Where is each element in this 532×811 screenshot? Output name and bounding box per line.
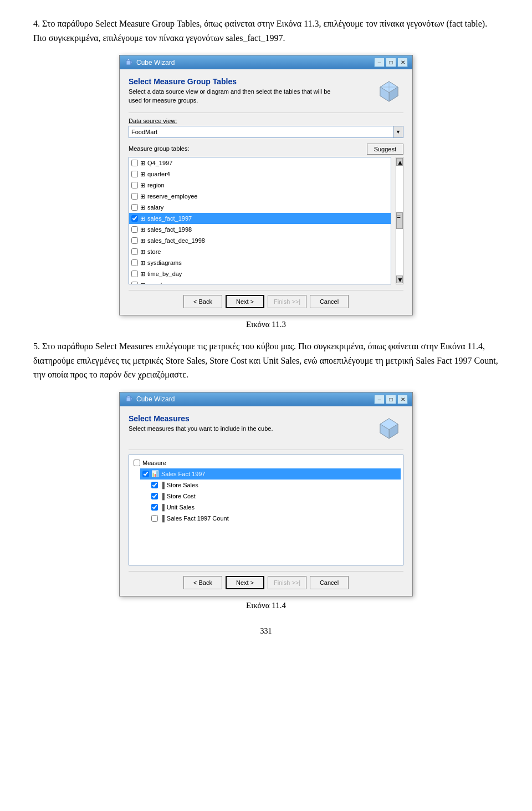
titlebar2-left: Cube Wizard bbox=[124, 395, 175, 404]
table-item-quarter4[interactable]: ⊞ quarter4 bbox=[129, 169, 391, 180]
table-grid-icon: ⊞ bbox=[140, 193, 145, 200]
tables-scroll[interactable]: ⊞ Q4_1997 ⊞ quarter4 ⊞ region bbox=[129, 157, 391, 284]
bar-chart-icon-store-sales: ▐ bbox=[160, 482, 165, 488]
measure-unit-sales[interactable]: ▐ Unit Sales bbox=[149, 502, 401, 513]
page-number: 331 bbox=[33, 627, 499, 636]
table-item-store[interactable]: ⊞ store bbox=[129, 246, 391, 257]
measure-sales-fact-count-label: Sales Fact 1997 Count bbox=[167, 515, 229, 522]
table-item-sysdiagrams[interactable]: ⊞ sysdiagrams bbox=[129, 257, 391, 268]
datasource-dropdown-row: FoodMart ▼ bbox=[129, 126, 403, 138]
maximize-btn-2[interactable]: □ bbox=[386, 395, 396, 404]
measures-list[interactable]: Measure 📊 Sales Fact 1997 ▐ Store Sales bbox=[129, 455, 403, 565]
measure-store-sales[interactable]: ▐ Store Sales bbox=[149, 480, 401, 491]
scroll-thumb[interactable]: = bbox=[396, 212, 403, 229]
svg-marker-10 bbox=[126, 395, 131, 397]
dialog1-titlebar: Cube Wizard – □ ✕ bbox=[120, 55, 412, 69]
checkbox-sales-fact-dec-1998[interactable] bbox=[131, 237, 138, 244]
scroll-up-btn[interactable]: ▲ bbox=[396, 158, 403, 166]
table-item-q4[interactable]: ⊞ Q4_1997 bbox=[129, 157, 391, 169]
dialog2-buttons: < Back Next > Finish >>| Cancel bbox=[129, 571, 403, 589]
datasource-dropdown-arrow[interactable]: ▼ bbox=[393, 126, 403, 138]
maximize-btn[interactable]: □ bbox=[386, 58, 396, 67]
cube-wizard-icon-small bbox=[124, 58, 133, 67]
table-grid-icon-selected: ⊞ bbox=[140, 215, 145, 222]
checkbox-store-sales[interactable] bbox=[151, 482, 158, 488]
table-item-time-by-day[interactable]: ⊞ time_by_day bbox=[129, 268, 391, 279]
titlebar-controls: – □ ✕ bbox=[374, 58, 408, 67]
table-grid-icon: ⊞ bbox=[140, 271, 145, 278]
checkbox-quarter4[interactable] bbox=[131, 171, 138, 177]
cube-wizard-icon-2 bbox=[377, 416, 401, 441]
svg-rect-9 bbox=[126, 397, 131, 401]
suggest-button[interactable]: Suggest bbox=[367, 144, 403, 155]
measure-sales-fact-1997-label: Sales Fact 1997 bbox=[161, 471, 206, 477]
cube-wizard-icon bbox=[377, 79, 401, 104]
para2-text: Στο παράθυρο Select Measures επιλέγουμε … bbox=[33, 341, 498, 379]
checkbox-sales-fact-1998[interactable] bbox=[131, 226, 138, 233]
checkbox-time-by-day[interactable] bbox=[131, 271, 138, 277]
dialog1-body: Select Measure Group Tables Select a dat… bbox=[120, 69, 412, 315]
svg-marker-11 bbox=[131, 397, 132, 401]
svg-marker-2 bbox=[131, 60, 132, 65]
close-btn[interactable]: ✕ bbox=[397, 58, 408, 67]
cancel-button-1[interactable]: Cancel bbox=[310, 295, 349, 308]
caption-1: Εικόνα 11.3 bbox=[246, 320, 286, 329]
caption-2: Εικόνα 11.4 bbox=[246, 601, 286, 610]
dialog2-titlebar: Cube Wizard – □ ✕ bbox=[120, 392, 412, 406]
checkbox-reserve-employee[interactable] bbox=[131, 193, 138, 200]
back-button-1[interactable]: < Back bbox=[183, 295, 222, 308]
next-button-1[interactable]: Next > bbox=[226, 295, 264, 308]
table-item-sales-fact-1998[interactable]: ⊞ sales_fact_1998 bbox=[129, 224, 391, 235]
table-grid-icon: ⊞ bbox=[140, 226, 145, 233]
table-grid-icon: ⊞ bbox=[140, 171, 145, 178]
dialog1-title-text: Cube Wizard bbox=[136, 59, 175, 67]
cancel-button-2[interactable]: Cancel bbox=[310, 576, 349, 589]
close-btn-2[interactable]: ✕ bbox=[397, 395, 408, 404]
table-item-warehouse[interactable]: ⊞ warehouse bbox=[129, 279, 391, 284]
section-divider-2 bbox=[129, 450, 403, 450]
checkbox-store-cost[interactable] bbox=[151, 493, 158, 499]
checkbox-measure-root[interactable] bbox=[134, 460, 140, 466]
scrollbar[interactable]: ▲ = ▼ bbox=[396, 157, 403, 284]
table-item-reserve-employee[interactable]: ⊞ reserve_employee bbox=[129, 191, 391, 202]
measure-store-cost[interactable]: ▐ Store Cost bbox=[149, 491, 401, 502]
tables-section: ⊞ Q4_1997 ⊞ quarter4 ⊞ region bbox=[129, 157, 403, 284]
checkbox-sales-fact-1997-m[interactable] bbox=[142, 471, 149, 477]
para1-number: 4. bbox=[33, 19, 40, 28]
table-item-sales-fact-dec-1998[interactable]: ⊞ sales_fact_dec_1998 bbox=[129, 235, 391, 246]
table-item-region[interactable]: ⊞ region bbox=[129, 180, 391, 191]
table-item-sales-fact-1997[interactable]: ⊞ sales_fact_1997 bbox=[129, 213, 391, 224]
minimize-btn[interactable]: – bbox=[374, 58, 385, 67]
datasource-dropdown[interactable]: FoodMart bbox=[129, 126, 393, 138]
checkbox-warehouse[interactable] bbox=[131, 282, 138, 284]
checkbox-store[interactable] bbox=[131, 248, 138, 255]
minimize-btn-2[interactable]: – bbox=[374, 395, 385, 404]
dialog2-subtitle: Select measures that you want to include… bbox=[129, 425, 369, 433]
measure-tables-label: Measure group tables: bbox=[129, 145, 189, 152]
checkbox-q4[interactable] bbox=[131, 160, 138, 166]
checkbox-region[interactable] bbox=[131, 182, 138, 188]
next-button-2[interactable]: Next > bbox=[226, 576, 264, 589]
measure-root[interactable]: Measure bbox=[131, 457, 401, 468]
dialog1-header-text: Select Measure Group Tables Select a dat… bbox=[129, 77, 369, 105]
datasource-label: Data source view: bbox=[129, 118, 403, 124]
dialog2-header-text: Select Measures Select measures that you… bbox=[129, 414, 369, 433]
measure-sales-fact-count[interactable]: ▐ Sales Fact 1997 Count bbox=[149, 513, 401, 524]
svg-marker-1 bbox=[126, 59, 131, 60]
table-item-salary[interactable]: ⊞ salary bbox=[129, 202, 391, 213]
checkbox-sales-fact-count[interactable] bbox=[151, 515, 158, 522]
finish-button-2[interactable]: Finish >>| bbox=[268, 576, 306, 589]
measure-sales-fact-1997[interactable]: 📊 Sales Fact 1997 bbox=[140, 468, 401, 480]
checkbox-salary[interactable] bbox=[131, 204, 138, 211]
bar-chart-icon-unit-sales: ▐ bbox=[160, 504, 165, 511]
checkbox-unit-sales[interactable] bbox=[151, 504, 158, 511]
scroll-down-btn[interactable]: ▼ bbox=[396, 276, 403, 283]
scroll-track-bottom bbox=[396, 229, 403, 276]
back-button-2[interactable]: < Back bbox=[183, 576, 222, 589]
finish-button-1[interactable]: Finish >>| bbox=[268, 295, 306, 308]
checkbox-sysdiagrams[interactable] bbox=[131, 259, 138, 266]
checkbox-sales-fact-1997[interactable] bbox=[131, 215, 138, 222]
dialog-select-measures: Cube Wizard – □ ✕ Select Measures Select… bbox=[119, 392, 413, 596]
table-grid-icon: ⊞ bbox=[140, 259, 145, 267]
dialog1-icon-box bbox=[375, 77, 403, 106]
